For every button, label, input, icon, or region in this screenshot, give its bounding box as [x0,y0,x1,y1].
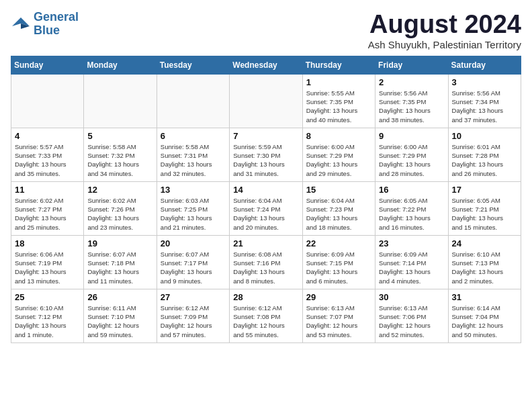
calendar-cell: 17Sunrise: 6:05 AM Sunset: 7:21 PM Dayli… [448,181,521,235]
calendar-cell: 18Sunrise: 6:06 AM Sunset: 7:19 PM Dayli… [11,235,84,289]
calendar-cell: 21Sunrise: 6:08 AM Sunset: 7:16 PM Dayli… [230,235,302,289]
calendar-cell: 26Sunrise: 6:11 AM Sunset: 7:10 PM Dayli… [84,289,157,342]
calendar-cell: 4Sunrise: 5:57 AM Sunset: 7:33 PM Daylig… [11,128,84,181]
day-info: Sunrise: 5:55 AM Sunset: 7:35 PM Dayligh… [306,89,371,124]
weekday-header-sunday: Sunday [11,56,84,74]
day-info: Sunrise: 6:13 AM Sunset: 7:07 PM Dayligh… [306,304,371,339]
day-number: 16 [379,185,444,195]
day-info: Sunrise: 6:04 AM Sunset: 7:24 PM Dayligh… [233,196,298,232]
day-info: Sunrise: 6:04 AM Sunset: 7:23 PM Dayligh… [306,196,371,232]
day-number: 27 [161,292,226,302]
calendar-cell: 23Sunrise: 6:09 AM Sunset: 7:14 PM Dayli… [375,235,448,289]
calendar-cell: 7Sunrise: 5:59 AM Sunset: 7:30 PM Daylig… [230,128,302,181]
day-number: 20 [161,238,226,248]
day-info: Sunrise: 6:14 AM Sunset: 7:04 PM Dayligh… [452,304,517,339]
calendar-cell [84,74,157,128]
day-info: Sunrise: 5:57 AM Sunset: 7:33 PM Dayligh… [15,142,80,178]
day-number: 7 [233,131,298,141]
day-info: Sunrise: 6:05 AM Sunset: 7:22 PM Dayligh… [379,196,444,232]
day-number: 21 [233,238,298,248]
calendar-cell: 8Sunrise: 6:00 AM Sunset: 7:29 PM Daylig… [302,128,375,181]
calendar-cell: 6Sunrise: 5:58 AM Sunset: 7:31 PM Daylig… [157,128,229,181]
day-info: Sunrise: 6:07 AM Sunset: 7:17 PM Dayligh… [161,250,226,285]
day-number: 29 [306,292,371,302]
day-info: Sunrise: 6:12 AM Sunset: 7:08 PM Dayligh… [233,304,298,339]
day-number: 9 [379,131,444,141]
calendar-cell [157,74,229,128]
logo-text: General Blue [34,11,79,38]
day-number: 3 [452,77,517,87]
day-number: 18 [15,238,80,248]
day-info: Sunrise: 6:00 AM Sunset: 7:29 PM Dayligh… [379,142,444,178]
day-info: Sunrise: 6:10 AM Sunset: 7:12 PM Dayligh… [15,304,80,339]
calendar-cell: 10Sunrise: 6:01 AM Sunset: 7:28 PM Dayli… [448,128,521,181]
calendar-cell: 20Sunrise: 6:07 AM Sunset: 7:17 PM Dayli… [157,235,229,289]
day-number: 6 [161,131,226,141]
day-info: Sunrise: 6:00 AM Sunset: 7:29 PM Dayligh… [306,142,371,178]
day-info: Sunrise: 6:13 AM Sunset: 7:06 PM Dayligh… [379,304,444,339]
day-number: 31 [452,292,517,302]
weekday-header-row: SundayMondayTuesdayWednesdayThursdayFrid… [11,56,521,74]
calendar-cell: 14Sunrise: 6:04 AM Sunset: 7:24 PM Dayli… [230,181,302,235]
month-title: August 2024 [368,11,521,39]
day-info: Sunrise: 6:09 AM Sunset: 7:14 PM Dayligh… [379,250,444,285]
day-number: 2 [379,77,444,87]
calendar-cell: 12Sunrise: 6:02 AM Sunset: 7:26 PM Dayli… [84,181,157,235]
calendar-week-4: 18Sunrise: 6:06 AM Sunset: 7:19 PM Dayli… [11,235,521,289]
weekday-header-tuesday: Tuesday [157,56,229,74]
page-header: General Blue August 2024 Ash Shuyukh, Pa… [11,11,521,50]
calendar-cell: 19Sunrise: 6:07 AM Sunset: 7:18 PM Dayli… [84,235,157,289]
calendar-cell [230,74,302,128]
day-number: 10 [452,131,517,141]
calendar-cell: 16Sunrise: 6:05 AM Sunset: 7:22 PM Dayli… [375,181,448,235]
calendar-cell: 9Sunrise: 6:00 AM Sunset: 7:29 PM Daylig… [375,128,448,181]
day-number: 28 [233,292,298,302]
calendar-cell: 27Sunrise: 6:12 AM Sunset: 7:09 PM Dayli… [157,289,229,342]
calendar-week-3: 11Sunrise: 6:02 AM Sunset: 7:27 PM Dayli… [11,181,521,235]
day-number: 26 [87,292,152,302]
day-info: Sunrise: 6:02 AM Sunset: 7:27 PM Dayligh… [15,196,80,232]
day-info: Sunrise: 5:56 AM Sunset: 7:34 PM Dayligh… [452,89,517,124]
day-info: Sunrise: 6:05 AM Sunset: 7:21 PM Dayligh… [452,196,517,232]
weekday-header-thursday: Thursday [302,56,375,74]
day-info: Sunrise: 6:08 AM Sunset: 7:16 PM Dayligh… [233,250,298,285]
calendar-cell: 28Sunrise: 6:12 AM Sunset: 7:08 PM Dayli… [230,289,302,342]
day-info: Sunrise: 5:56 AM Sunset: 7:35 PM Dayligh… [379,89,444,124]
day-info: Sunrise: 6:10 AM Sunset: 7:13 PM Dayligh… [452,250,517,285]
day-number: 8 [306,131,371,141]
day-number: 14 [233,185,298,195]
day-info: Sunrise: 6:02 AM Sunset: 7:26 PM Dayligh… [87,196,152,232]
calendar-cell: 3Sunrise: 5:56 AM Sunset: 7:34 PM Daylig… [448,74,521,128]
location-text: Ash Shuyukh, Palestinian Territory [368,39,521,50]
calendar-week-2: 4Sunrise: 5:57 AM Sunset: 7:33 PM Daylig… [11,128,521,181]
weekday-header-wednesday: Wednesday [230,56,302,74]
day-number: 4 [15,131,80,141]
day-info: Sunrise: 6:11 AM Sunset: 7:10 PM Dayligh… [87,304,152,339]
day-number: 24 [452,238,517,248]
calendar-cell: 24Sunrise: 6:10 AM Sunset: 7:13 PM Dayli… [448,235,521,289]
calendar-cell: 1Sunrise: 5:55 AM Sunset: 7:35 PM Daylig… [302,74,375,128]
day-info: Sunrise: 6:01 AM Sunset: 7:28 PM Dayligh… [452,142,517,178]
calendar-cell: 13Sunrise: 6:03 AM Sunset: 7:25 PM Dayli… [157,181,229,235]
calendar-cell: 5Sunrise: 5:58 AM Sunset: 7:32 PM Daylig… [84,128,157,181]
day-info: Sunrise: 5:59 AM Sunset: 7:30 PM Dayligh… [233,142,298,178]
day-info: Sunrise: 6:12 AM Sunset: 7:09 PM Dayligh… [161,304,226,339]
weekday-header-friday: Friday [375,56,448,74]
day-number: 11 [15,185,80,195]
calendar-cell [11,74,84,128]
calendar-week-1: 1Sunrise: 5:55 AM Sunset: 7:35 PM Daylig… [11,74,521,128]
day-number: 17 [452,185,517,195]
day-number: 30 [379,292,444,302]
day-info: Sunrise: 6:06 AM Sunset: 7:19 PM Dayligh… [15,250,80,285]
day-number: 22 [306,238,371,248]
day-number: 25 [15,292,80,302]
day-info: Sunrise: 5:58 AM Sunset: 7:32 PM Dayligh… [87,142,152,178]
day-number: 19 [87,238,152,248]
logo-icon [11,14,31,34]
calendar-cell: 22Sunrise: 6:09 AM Sunset: 7:15 PM Dayli… [302,235,375,289]
logo: General Blue [11,11,79,38]
calendar-cell: 2Sunrise: 5:56 AM Sunset: 7:35 PM Daylig… [375,74,448,128]
calendar-cell: 15Sunrise: 6:04 AM Sunset: 7:23 PM Dayli… [302,181,375,235]
calendar-cell: 25Sunrise: 6:10 AM Sunset: 7:12 PM Dayli… [11,289,84,342]
weekday-header-monday: Monday [84,56,157,74]
